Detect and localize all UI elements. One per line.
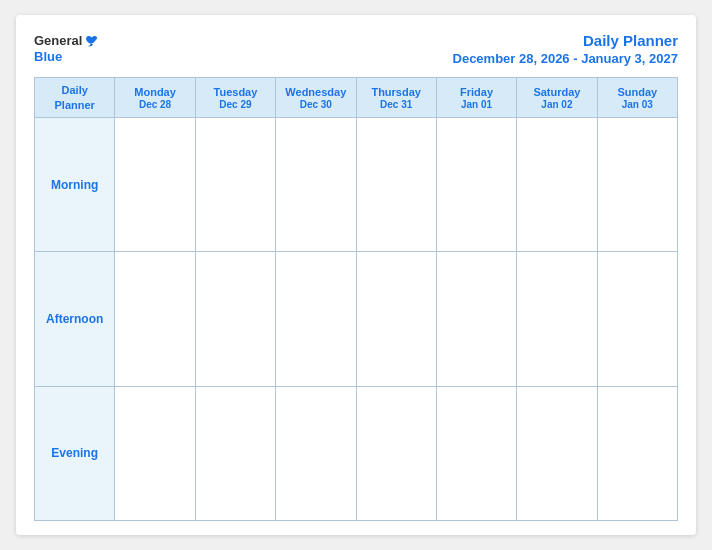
morning-fri[interactable] <box>436 117 516 251</box>
col-day-sat: Saturday <box>520 85 593 99</box>
logo-bird-icon <box>84 34 98 48</box>
afternoon-wed[interactable] <box>276 252 356 386</box>
evening-row: Evening <box>35 386 678 520</box>
morning-tue[interactable] <box>195 117 275 251</box>
afternoon-row: Afternoon <box>35 252 678 386</box>
col-header-fri: Friday Jan 01 <box>436 78 516 118</box>
column-header-row: Daily Planner Monday Dec 28 Tuesday Dec … <box>35 78 678 118</box>
header-right: Daily Planner December 28, 2026 - Januar… <box>453 31 678 67</box>
col-date-sun: Jan 03 <box>601 99 674 111</box>
evening-sun[interactable] <box>597 386 677 520</box>
col-header-mon: Monday Dec 28 <box>115 78 195 118</box>
evening-wed[interactable] <box>276 386 356 520</box>
corner-label-line1: Daily <box>38 83 111 97</box>
col-day-fri: Friday <box>440 85 513 99</box>
logo: General Blue <box>34 31 98 65</box>
col-header-sat: Saturday Jan 02 <box>517 78 597 118</box>
col-date-mon: Dec 28 <box>118 99 191 111</box>
morning-mon[interactable] <box>115 117 195 251</box>
morning-row: Morning <box>35 117 678 251</box>
col-date-thu: Dec 31 <box>360 99 433 111</box>
header: General Blue Daily Planner December 28, … <box>34 31 678 67</box>
col-date-sat: Jan 02 <box>520 99 593 111</box>
logo-general: General <box>34 33 82 48</box>
evening-fri[interactable] <box>436 386 516 520</box>
evening-sat[interactable] <box>517 386 597 520</box>
col-day-sun: Sunday <box>601 85 674 99</box>
col-date-tue: Dec 29 <box>199 99 272 111</box>
morning-thu[interactable] <box>356 117 436 251</box>
afternoon-sun[interactable] <box>597 252 677 386</box>
col-date-wed: Dec 30 <box>279 99 352 111</box>
afternoon-tue[interactable] <box>195 252 275 386</box>
corner-header: Daily Planner <box>35 78 115 118</box>
col-date-fri: Jan 01 <box>440 99 513 111</box>
corner-label-line2: Planner <box>38 98 111 112</box>
col-header-wed: Wednesday Dec 30 <box>276 78 356 118</box>
afternoon-sat[interactable] <box>517 252 597 386</box>
header-title: Daily Planner <box>453 31 678 51</box>
page: General Blue Daily Planner December 28, … <box>16 15 696 535</box>
calendar-table: Daily Planner Monday Dec 28 Tuesday Dec … <box>34 77 678 521</box>
col-day-wed: Wednesday <box>279 85 352 99</box>
col-day-tue: Tuesday <box>199 85 272 99</box>
afternoon-mon[interactable] <box>115 252 195 386</box>
evening-label: Evening <box>35 386 115 520</box>
morning-sun[interactable] <box>597 117 677 251</box>
evening-tue[interactable] <box>195 386 275 520</box>
col-header-sun: Sunday Jan 03 <box>597 78 677 118</box>
header-dates: December 28, 2026 - January 3, 2027 <box>453 51 678 68</box>
col-header-tue: Tuesday Dec 29 <box>195 78 275 118</box>
afternoon-label: Afternoon <box>35 252 115 386</box>
col-header-thu: Thursday Dec 31 <box>356 78 436 118</box>
morning-sat[interactable] <box>517 117 597 251</box>
morning-wed[interactable] <box>276 117 356 251</box>
afternoon-thu[interactable] <box>356 252 436 386</box>
morning-label: Morning <box>35 117 115 251</box>
logo-text: General <box>34 31 98 49</box>
col-day-thu: Thursday <box>360 85 433 99</box>
evening-thu[interactable] <box>356 386 436 520</box>
col-day-mon: Monday <box>118 85 191 99</box>
logo-blue: Blue <box>34 49 62 65</box>
evening-mon[interactable] <box>115 386 195 520</box>
afternoon-fri[interactable] <box>436 252 516 386</box>
